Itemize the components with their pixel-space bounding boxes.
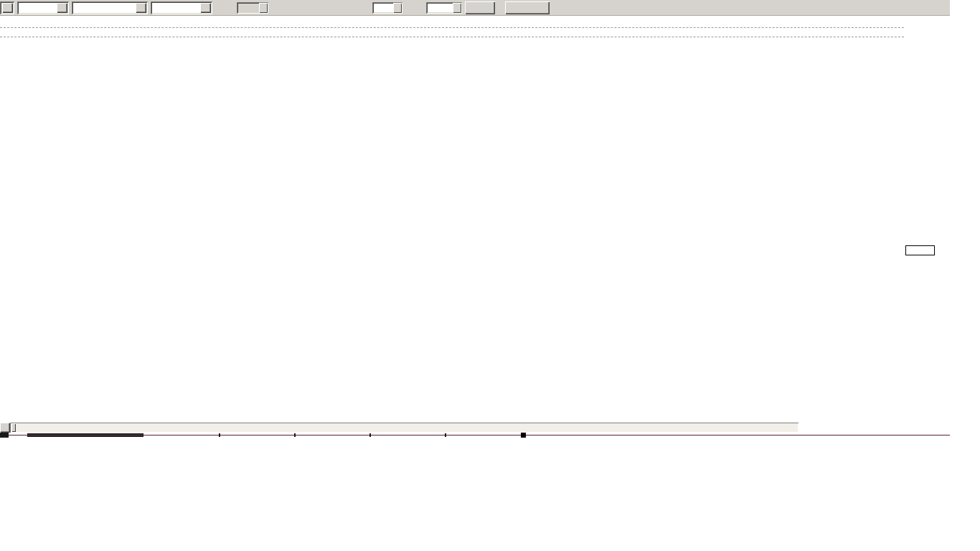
chart-application-window bbox=[0, 0, 950, 441]
volume-multiplier-badge bbox=[905, 245, 935, 255]
contract-month-select[interactable] bbox=[151, 1, 212, 14]
apply-button[interactable] bbox=[465, 1, 495, 14]
spinner-icon[interactable] bbox=[393, 3, 402, 13]
toolbar bbox=[0, 0, 950, 16]
legend-row-1 bbox=[0, 19, 904, 28]
spinner-icon[interactable] bbox=[453, 3, 461, 13]
minute-spinner[interactable] bbox=[372, 2, 402, 14]
symbol-select[interactable] bbox=[72, 1, 148, 14]
multi-symbol-button[interactable] bbox=[505, 1, 550, 14]
dropdown-arrow-icon[interactable] bbox=[57, 3, 67, 13]
interval-spinner[interactable] bbox=[237, 2, 268, 14]
symbol-type-combo-stub[interactable] bbox=[0, 1, 14, 14]
bar-count-spinner[interactable] bbox=[426, 2, 462, 14]
legend-row-2 bbox=[0, 28, 904, 37]
spinner-icon[interactable] bbox=[259, 3, 268, 13]
dropdown-arrow-icon[interactable] bbox=[200, 3, 211, 13]
dropdown-arrow-icon[interactable] bbox=[2, 3, 13, 13]
market-select[interactable] bbox=[17, 1, 69, 14]
chart-canvas[interactable] bbox=[0, 16, 950, 439]
chart-area[interactable] bbox=[0, 16, 950, 439]
dropdown-arrow-icon[interactable] bbox=[136, 3, 146, 13]
